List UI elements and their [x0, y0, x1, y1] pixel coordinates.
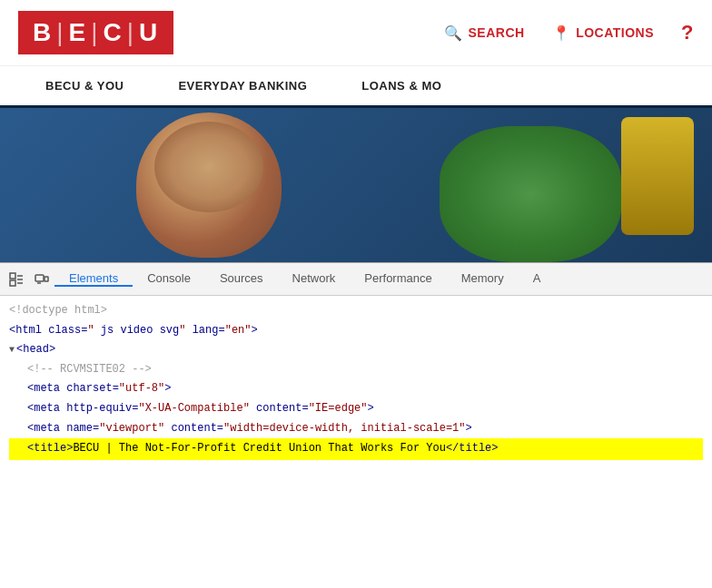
more-nav-item[interactable]: ?	[681, 21, 694, 44]
location-icon: 📍	[552, 24, 571, 42]
tab-elements[interactable]: Elements	[54, 271, 133, 287]
tab-application[interactable]: A	[519, 271, 556, 287]
nav-becu-you[interactable]: BECU & YOU	[18, 66, 151, 105]
search-nav-item[interactable]: 🔍 SEARCH	[444, 24, 525, 42]
devtools-tabs: Elements Console Sources Network Perform…	[54, 271, 708, 287]
code-line-head[interactable]: ▼<head>	[9, 340, 703, 360]
nav-loans[interactable]: LOANS & MO	[334, 66, 469, 105]
header-nav: 🔍 SEARCH 📍 LOCATIONS ?	[444, 21, 694, 44]
tab-memory[interactable]: Memory	[447, 271, 519, 287]
logo-letter-e: E	[69, 18, 88, 47]
face-silhouette	[136, 113, 282, 258]
logo-divider-2: |	[91, 18, 99, 47]
more-icon: ?	[681, 21, 694, 44]
svg-rect-0	[10, 273, 15, 279]
site-preview	[0, 108, 712, 262]
devtools-toolbar: Elements Console Sources Network Perform…	[0, 263, 712, 296]
svg-rect-4	[10, 280, 15, 286]
code-line-comment: <!-- RCVMSITE02 -->	[9, 360, 703, 380]
devtools-panel: Elements Console Sources Network Perform…	[0, 262, 712, 507]
tab-network[interactable]: Network	[278, 271, 351, 287]
tab-performance[interactable]: Performance	[350, 271, 446, 287]
device-toggle-btn[interactable]	[29, 267, 54, 292]
site-header: B | E | C | U 🔍 SEARCH 📍 LOCATIONS ?	[0, 0, 712, 66]
svg-rect-6	[44, 277, 48, 281]
logo-letter-u: U	[139, 18, 159, 47]
site-nav: BECU & YOU EVERYDAY BANKING LOANS & MO	[0, 66, 712, 108]
tab-sources[interactable]: Sources	[205, 271, 278, 287]
becu-logo[interactable]: B | E | C | U	[18, 11, 173, 54]
yellow-element	[621, 117, 694, 235]
tab-console[interactable]: Console	[133, 271, 205, 287]
locations-label: LOCATIONS	[576, 25, 654, 40]
green-bg-element	[440, 126, 621, 262]
inspect-element-btn[interactable]	[4, 267, 29, 292]
code-line-compat[interactable]: <meta http-equiv="X-UA-Compatible" conte…	[9, 399, 703, 419]
locations-nav-item[interactable]: 📍 LOCATIONS	[552, 24, 654, 42]
logo-divider-1: |	[56, 18, 64, 47]
devtools-content: <!doctype html> <html class=" js video s…	[0, 296, 712, 507]
logo-divider-3: |	[127, 18, 135, 47]
hero-image	[73, 108, 345, 262]
svg-rect-5	[35, 275, 44, 281]
logo-letter-c: C	[103, 18, 123, 47]
code-line-viewport[interactable]: <meta name="viewport" content="width=dev…	[9, 419, 703, 439]
search-label: SEARCH	[469, 25, 525, 40]
search-icon: 🔍	[444, 24, 463, 42]
code-line-doctype: <!doctype html>	[9, 301, 703, 321]
nav-everyday-banking[interactable]: EVERYDAY BANKING	[151, 66, 334, 105]
code-line-charset[interactable]: <meta charset="utf-8">	[9, 379, 703, 399]
logo-letter-b: B	[33, 18, 53, 47]
code-line-title[interactable]: <title>BECU | The Not-For-Profit Credit …	[9, 438, 703, 460]
code-line-html[interactable]: <html class=" js video svg" lang="en">	[9, 321, 703, 341]
